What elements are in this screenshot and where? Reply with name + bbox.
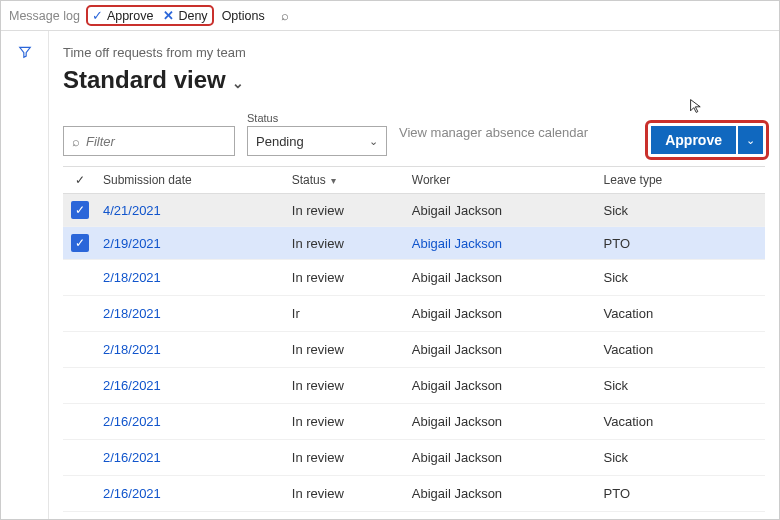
x-icon: ✕ bbox=[163, 8, 174, 23]
calendar-link[interactable]: View manager absence calendar bbox=[399, 125, 588, 140]
row-checkbox[interactable] bbox=[63, 260, 97, 296]
table-row[interactable]: 2/16/2021In reviewAbigail JacksonSick bbox=[63, 368, 765, 404]
cell-leave-type: PTO bbox=[598, 512, 765, 520]
cell-leave-type: Vacation bbox=[598, 296, 765, 332]
check-icon: ✓ bbox=[71, 201, 89, 219]
cell-leave-type: Sick bbox=[598, 194, 765, 227]
status-label: Status bbox=[247, 112, 387, 124]
cell-status: Ir bbox=[286, 296, 406, 332]
cell-submission-date[interactable]: 10/28/2020 bbox=[97, 512, 286, 520]
page-subtitle: Time off requests from my team bbox=[63, 45, 765, 60]
chevron-down-icon: ⌄ bbox=[232, 75, 244, 91]
status-value: Pending bbox=[256, 134, 304, 149]
row-checkbox[interactable] bbox=[63, 404, 97, 440]
cell-status: In review bbox=[286, 227, 406, 260]
cell-worker: Abigail Jackson bbox=[406, 194, 598, 227]
primary-approve-highlight: Approve ⌄ bbox=[645, 120, 769, 160]
cell-worker: Abigail Jackson bbox=[406, 332, 598, 368]
cell-worker: Abigail Jackson bbox=[406, 404, 598, 440]
page-title-text: Standard view bbox=[63, 66, 226, 94]
table-row[interactable]: 2/16/2021In reviewAbigail JacksonPTO bbox=[63, 476, 765, 512]
chevron-down-icon: ⌄ bbox=[369, 135, 378, 148]
cell-submission-date[interactable]: 2/16/2021 bbox=[97, 440, 286, 476]
mouse-cursor bbox=[689, 98, 705, 118]
cell-leave-type: PTO bbox=[598, 227, 765, 260]
check-icon bbox=[71, 339, 89, 357]
content-area: Time off requests from my team Standard … bbox=[49, 31, 779, 519]
deny-label: Deny bbox=[178, 9, 207, 23]
table-row[interactable]: 2/16/2021In reviewAbigail JacksonVacatio… bbox=[63, 404, 765, 440]
table-row[interactable]: ✓2/19/2021In reviewAbigail JacksonPTO bbox=[63, 227, 765, 260]
page-title[interactable]: Standard view ⌄ bbox=[63, 66, 244, 94]
header-status[interactable]: Status ▾ bbox=[286, 167, 406, 194]
cell-submission-date[interactable]: 2/18/2021 bbox=[97, 332, 286, 368]
cell-leave-type: PTO bbox=[598, 476, 765, 512]
message-log-label[interactable]: Message log bbox=[9, 9, 80, 23]
cell-status: In review bbox=[286, 440, 406, 476]
primary-approve-button[interactable]: Approve bbox=[651, 126, 736, 154]
check-icon bbox=[71, 411, 89, 429]
cell-worker: Abigail Jackson bbox=[406, 260, 598, 296]
check-icon bbox=[71, 375, 89, 393]
filter-funnel-icon[interactable] bbox=[18, 45, 32, 62]
cell-worker: Abigail Jackson bbox=[406, 512, 598, 520]
check-icon: ✓ bbox=[71, 234, 89, 252]
cell-leave-type: Vacation bbox=[598, 332, 765, 368]
options-button[interactable]: Options bbox=[222, 9, 265, 23]
cell-status: In review bbox=[286, 404, 406, 440]
primary-approve-dropdown[interactable]: ⌄ bbox=[738, 126, 763, 154]
row-checkbox[interactable] bbox=[63, 296, 97, 332]
header-submission[interactable]: Submission date bbox=[97, 167, 286, 194]
search-icon: ⌕ bbox=[72, 134, 80, 149]
header-worker[interactable]: Worker bbox=[406, 167, 598, 194]
row-checkbox[interactable] bbox=[63, 368, 97, 404]
cell-status: In review bbox=[286, 368, 406, 404]
table-row[interactable]: 2/18/2021IrAbigail JacksonVacation bbox=[63, 296, 765, 332]
side-rail bbox=[1, 31, 49, 519]
check-icon bbox=[71, 303, 89, 321]
approve-button[interactable]: ✓ Approve bbox=[92, 8, 154, 23]
header-leave[interactable]: Leave type bbox=[598, 167, 765, 194]
deny-button[interactable]: ✕ Deny bbox=[163, 8, 207, 23]
row-checkbox[interactable] bbox=[63, 440, 97, 476]
cell-leave-type: Sick bbox=[598, 368, 765, 404]
check-icon: ✓ bbox=[92, 8, 103, 23]
table-row[interactable]: 2/18/2021In reviewAbigail JacksonSick bbox=[63, 260, 765, 296]
row-checkbox[interactable]: ✓ bbox=[63, 227, 97, 260]
row-checkbox[interactable] bbox=[63, 512, 97, 520]
cell-worker: Abigail Jackson bbox=[406, 296, 598, 332]
cell-status: In review bbox=[286, 512, 406, 520]
status-select[interactable]: Pending ⌄ bbox=[247, 126, 387, 156]
requests-table: ✓ Submission date Status ▾ Worker Leave … bbox=[63, 166, 765, 519]
cell-submission-date[interactable]: 4/21/2021 bbox=[97, 194, 286, 227]
approve-label: Approve bbox=[107, 9, 154, 23]
filter-row: ⌕ Status Pending ⌄ View manager absence … bbox=[63, 112, 765, 156]
cell-leave-type: Sick bbox=[598, 440, 765, 476]
table-header-row: ✓ Submission date Status ▾ Worker Leave … bbox=[63, 167, 765, 194]
cell-leave-type: Sick bbox=[598, 260, 765, 296]
cell-submission-date[interactable]: 2/19/2021 bbox=[97, 227, 286, 260]
cell-status: In review bbox=[286, 194, 406, 227]
check-icon bbox=[71, 483, 89, 501]
filter-input-wrapper[interactable]: ⌕ bbox=[63, 126, 235, 156]
filter-input[interactable] bbox=[86, 134, 226, 149]
cell-submission-date[interactable]: 2/16/2021 bbox=[97, 476, 286, 512]
row-checkbox[interactable]: ✓ bbox=[63, 194, 97, 227]
cell-status: In review bbox=[286, 332, 406, 368]
row-checkbox[interactable] bbox=[63, 332, 97, 368]
row-checkbox[interactable] bbox=[63, 476, 97, 512]
cell-submission-date[interactable]: 2/16/2021 bbox=[97, 404, 286, 440]
table-row[interactable]: 10/28/2020In reviewAbigail JacksonPTO bbox=[63, 512, 765, 520]
approve-deny-group-highlight: ✓ Approve ✕ Deny bbox=[86, 5, 214, 26]
table-row[interactable]: ✓4/21/2021In reviewAbigail JacksonSick bbox=[63, 194, 765, 227]
cell-worker: Abigail Jackson bbox=[406, 476, 598, 512]
cell-status: In review bbox=[286, 260, 406, 296]
table-row[interactable]: 2/16/2021In reviewAbigail JacksonSick bbox=[63, 440, 765, 476]
cell-worker: Abigail Jackson bbox=[406, 368, 598, 404]
cell-submission-date[interactable]: 2/18/2021 bbox=[97, 296, 286, 332]
cell-submission-date[interactable]: 2/16/2021 bbox=[97, 368, 286, 404]
cell-submission-date[interactable]: 2/18/2021 bbox=[97, 260, 286, 296]
header-check[interactable]: ✓ bbox=[63, 167, 97, 194]
table-row[interactable]: 2/18/2021In reviewAbigail JacksonVacatio… bbox=[63, 332, 765, 368]
search-icon[interactable]: ⌕ bbox=[281, 8, 289, 23]
